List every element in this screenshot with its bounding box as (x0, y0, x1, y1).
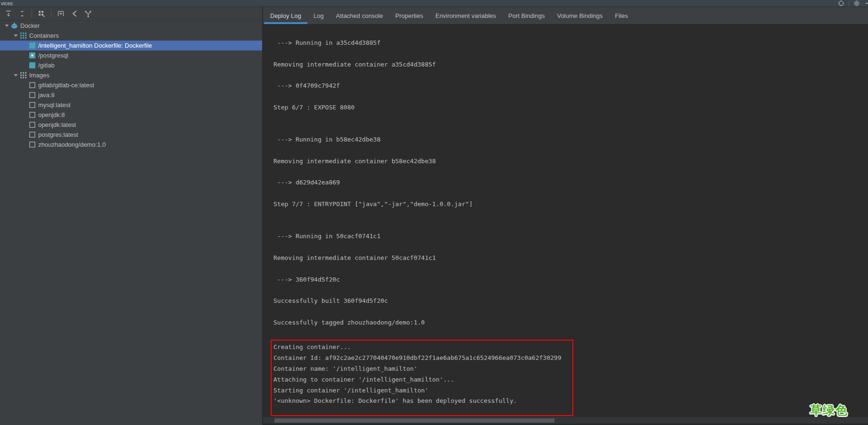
tree-item-label: /gitlab (38, 60, 55, 70)
float-mode-icon[interactable] (838, 0, 844, 7)
tab-volume-bindings[interactable]: Volume Bindings (551, 7, 609, 24)
log-line: ---> d629d42ea869 (271, 177, 868, 188)
services-sidebar: DockerContainers/intelligent_hamilton Do… (0, 7, 263, 425)
image-icon (29, 82, 36, 89)
log-line: Removing intermediate container b58ec42d… (271, 156, 868, 167)
group-by-icon[interactable] (37, 9, 46, 18)
tree-item-label: Images (29, 70, 50, 80)
log-line: Attaching to container '/intelligent_ham… (273, 375, 572, 385)
tab-label: Properties (395, 12, 423, 19)
services-tool-window: DockerContainers/intelligent_hamilton Do… (0, 7, 868, 425)
expand-arrow-icon[interactable] (4, 24, 10, 27)
tree-item-label: openjdk:latest (38, 120, 76, 130)
log-line: '<unknown> Dockerfile: Dockerfile' has b… (273, 396, 572, 407)
log-line: Creating container... (273, 342, 572, 353)
tree-item-gitlab[interactable]: /gitlab (0, 60, 262, 70)
tab-attached-console[interactable]: Attached console (330, 7, 389, 24)
container-detail-pane: Deploy LogLogAttached consolePropertiesE… (263, 7, 868, 425)
log-line: Step 6/7 : EXPOSE 8080 (271, 102, 868, 113)
log-blank-line (271, 167, 868, 178)
tab-label: Environment variables (435, 12, 496, 19)
images-folder-icon (20, 72, 27, 79)
tree-item-postgresql[interactable]: /postgresql (0, 50, 262, 60)
horizontal-scrollbar-thumb[interactable] (274, 418, 554, 423)
docker-icon (11, 23, 18, 29)
log-blank-line (271, 221, 868, 232)
tree-item-label: postgres:latest (38, 130, 78, 140)
tab-port-bindings[interactable]: Port Bindings (502, 7, 551, 24)
tab-log[interactable]: Log (307, 7, 330, 24)
tree-item-java-8[interactable]: java:8 (0, 90, 262, 100)
tree-item-gitlab-gitlab-ce-latest[interactable]: gitlab/gitlab-ce:latest (0, 80, 262, 90)
add-service-icon[interactable] (56, 9, 66, 18)
expand-arrow-icon[interactable] (13, 34, 19, 37)
log-blank-line (271, 210, 868, 221)
tree-item-label: java:8 (38, 90, 55, 100)
tab-deploy-log[interactable]: Deploy Log (264, 7, 307, 24)
log-blank-line (271, 264, 868, 275)
tree-item-label: /postgresql (38, 50, 68, 60)
log-line: ---> 0f4709c7942f (271, 81, 868, 92)
log-blank-line (271, 145, 868, 156)
tree-item-docker[interactable]: Docker (0, 21, 262, 31)
collapse-all-icon[interactable] (17, 9, 27, 18)
toolbar-separator (51, 10, 51, 17)
tab-properties[interactable]: Properties (389, 7, 429, 24)
tree-item-zhouzhaodong-demo-1-0[interactable]: zhouzhaodong/demo:1.0 (0, 140, 262, 150)
log-line: ---> Running in b58ec42dbe38 (271, 134, 868, 145)
tab-label: Volume Bindings (557, 12, 603, 19)
log-line: ---> Running in 50cacf0741c1 (271, 231, 868, 242)
log-blank-line (271, 242, 868, 253)
tree-item-images[interactable]: Images (0, 70, 262, 80)
log-line: Successfully built 360f94d5f20c (271, 296, 868, 307)
chevron-left-icon[interactable] (70, 9, 79, 18)
log-line: Removing intermediate container a35cd4d3… (271, 59, 868, 70)
tree-item-label: openjdk:8 (38, 110, 65, 120)
settings-gear-icon[interactable] (853, 0, 860, 7)
titlebar-divider (849, 1, 849, 6)
tab-label: Files (615, 12, 628, 19)
tab-files[interactable]: Files (609, 7, 634, 24)
tree-item-label: /intelligent_hamilton Dockerfile: Docker… (38, 41, 152, 50)
minimize-icon[interactable] (864, 0, 868, 7)
log-blank-line (271, 113, 868, 124)
log-line: Removing intermediate container 50cacf07… (271, 253, 868, 264)
tree-item-openjdk-latest[interactable]: openjdk:latest (0, 120, 262, 130)
expand-arrow-icon[interactable] (13, 74, 19, 77)
detail-tabbar: Deploy LogLogAttached consolePropertiesE… (263, 7, 868, 25)
log-line: Container Id: af92c2ae2c277040470e910dbf… (273, 353, 572, 364)
tab-environment-variables[interactable]: Environment variables (429, 7, 502, 24)
log-blank-line (271, 49, 868, 59)
log-line: Starting container '/intelligent_hamilto… (273, 385, 572, 396)
log-blank-line (271, 124, 868, 134)
toolbar-separator (32, 10, 32, 17)
tree-item-label: Docker (20, 21, 40, 31)
branch-icon[interactable] (83, 9, 93, 18)
horizontal-scrollbar-track[interactable] (263, 417, 868, 424)
log-line: Container name: '/intelligent_hamilton' (273, 364, 572, 375)
log-blank-line (271, 70, 868, 81)
deploy-log-console[interactable]: ---> Running in a35cd4d3885fRemoving int… (263, 25, 868, 425)
titlebar-actions (838, 0, 868, 7)
log-line: Successfully tagged zhouzhaodong/demo:1.… (271, 317, 868, 328)
tool-window-title: vices (1, 0, 13, 7)
log-blank-line (271, 307, 868, 317)
tree-item-openjdk-8[interactable]: openjdk:8 (0, 110, 262, 120)
log-line: ---> Running in a35cd4d3885f (271, 38, 868, 49)
log-line: Step 7/7 : ENTRYPOINT ["java","-jar","de… (271, 199, 868, 210)
tab-label: Deploy Log (270, 12, 301, 19)
container-running-icon (29, 52, 36, 59)
tree-item-containers[interactable]: Containers (0, 31, 262, 41)
image-icon (29, 112, 36, 118)
tree-item-intelligent-hamilton-dockerfile-dockerfile[interactable]: /intelligent_hamilton Dockerfile: Docker… (0, 41, 262, 50)
tab-label: Log (314, 12, 324, 19)
tree-item-postgres-latest[interactable]: postgres:latest (0, 130, 262, 140)
tree-item-label: zhouzhaodong/demo:1.0 (38, 140, 106, 150)
annotation-highlight-box: Creating container...Container Id: af92c… (271, 340, 573, 416)
tree-item-mysql-latest[interactable]: mysql:latest (0, 100, 262, 110)
log-blank-line (271, 188, 868, 199)
container-icon (29, 62, 36, 69)
tree-item-label: Containers (29, 31, 59, 41)
expand-all-icon[interactable] (4, 9, 13, 18)
tree-item-label: mysql:latest (38, 100, 71, 110)
